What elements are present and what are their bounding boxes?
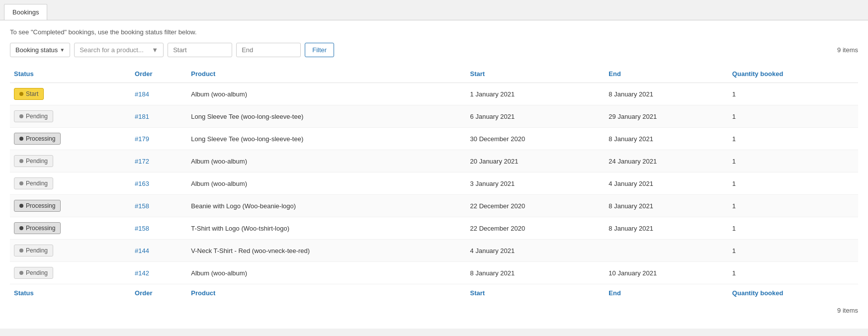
status-badge: Processing — [14, 222, 61, 234]
col-footer-end: End — [605, 284, 728, 302]
start-cell: 30 December 2020 — [466, 128, 605, 150]
chevron-down-icon: ▼ — [152, 46, 158, 54]
booking-status-label: Booking status — [15, 46, 58, 54]
col-footer-start: Start — [466, 284, 605, 302]
product-cell: Album (woo-album) — [187, 83, 466, 105]
table-row: Pending #144 V-Neck T-Shirt - Red (woo-v… — [10, 240, 858, 262]
end-cell: 8 January 2021 — [605, 83, 728, 105]
status-badge: Processing — [14, 133, 61, 145]
status-dot-icon — [19, 114, 23, 118]
status-badge: Start — [14, 88, 44, 100]
status-dot-icon — [19, 181, 23, 185]
status-dot-icon — [19, 159, 23, 163]
product-cell: T-Shirt with Logo (Woo-tshirt-logo) — [187, 217, 466, 240]
items-count-bottom: 9 items — [10, 302, 858, 314]
status-badge: Pending — [14, 245, 53, 256]
order-link[interactable]: #158 — [135, 225, 149, 232]
col-header-order: Order — [131, 65, 187, 83]
product-search-dropdown[interactable]: Search for a product... ▼ — [74, 43, 164, 57]
start-cell: 22 December 2020 — [466, 217, 605, 240]
col-header-product: Product — [187, 65, 466, 83]
order-link[interactable]: #163 — [135, 180, 149, 187]
end-cell: 8 January 2021 — [605, 128, 728, 150]
status-label: Pending — [26, 269, 48, 276]
status-badge: Pending — [14, 155, 53, 167]
order-link[interactable]: #181 — [135, 113, 149, 120]
status-label: Processing — [26, 202, 55, 209]
order-link[interactable]: #142 — [135, 269, 149, 277]
table-row: Processing #158 T-Shirt with Logo (Woo-t… — [10, 217, 858, 240]
quantity-cell: 1 — [728, 172, 858, 195]
search-placeholder-text: Search for a product... — [80, 46, 144, 54]
status-label: Pending — [26, 158, 48, 165]
start-cell: 22 December 2020 — [466, 195, 605, 217]
status-badge: Pending — [14, 267, 53, 279]
quantity-cell: 1 — [728, 150, 858, 172]
table-row: Start #184 Album (woo-album) 1 January 2… — [10, 83, 858, 105]
order-link[interactable]: #184 — [135, 90, 149, 98]
quantity-cell: 1 — [728, 105, 858, 128]
table-row: Pending #181 Long Sleeve Tee (woo-long-s… — [10, 105, 858, 128]
filter-bar: Booking status ▼ Search for a product...… — [10, 43, 858, 57]
col-header-status: Status — [10, 65, 131, 83]
table-row: Pending #142 Album (woo-album) 8 January… — [10, 262, 858, 284]
start-cell: 20 January 2021 — [466, 150, 605, 172]
status-badge: Processing — [14, 200, 61, 212]
col-footer-order: Order — [131, 284, 187, 302]
col-footer-quantity: Quantity booked — [728, 284, 858, 302]
quantity-cell: 1 — [728, 128, 858, 150]
end-cell: 8 January 2021 — [605, 195, 728, 217]
end-cell — [605, 240, 728, 262]
table-row: Pending #163 Album (woo-album) 3 January… — [10, 172, 858, 195]
status-dot-icon — [19, 271, 23, 275]
status-dot-icon — [19, 204, 23, 208]
info-text: To see "Completed" bookings, use the boo… — [10, 28, 858, 36]
status-label: Pending — [26, 247, 48, 254]
quantity-cell: 1 — [728, 240, 858, 262]
order-link[interactable]: #179 — [135, 135, 149, 143]
col-header-end: End — [605, 65, 728, 83]
status-dot-icon — [19, 137, 23, 141]
quantity-cell: 1 — [728, 195, 858, 217]
end-cell: 10 January 2021 — [605, 262, 728, 284]
bookings-tab[interactable]: Bookings — [4, 4, 47, 20]
filter-button[interactable]: Filter — [305, 43, 334, 57]
product-cell: Album (woo-album) — [187, 172, 466, 195]
status-badge: Pending — [14, 110, 53, 122]
end-cell: 4 January 2021 — [605, 172, 728, 195]
status-label: Pending — [26, 113, 48, 120]
product-cell: Album (woo-album) — [187, 150, 466, 172]
start-cell: 3 January 2021 — [466, 172, 605, 195]
col-header-start: Start — [466, 65, 605, 83]
status-label: Processing — [26, 225, 55, 232]
start-cell: 4 January 2021 — [466, 240, 605, 262]
start-date-input[interactable] — [168, 43, 232, 57]
product-cell: Album (woo-album) — [187, 262, 466, 284]
quantity-cell: 1 — [728, 83, 858, 105]
chevron-down-icon: ▼ — [60, 47, 65, 53]
items-count: 9 items — [837, 46, 858, 54]
booking-status-dropdown[interactable]: Booking status ▼ — [10, 43, 70, 57]
col-footer-status: Status — [10, 284, 131, 302]
end-cell: 8 January 2021 — [605, 217, 728, 240]
col-header-quantity: Quantity booked — [728, 65, 858, 83]
status-dot-icon — [19, 249, 23, 252]
product-cell: Long Sleeve Tee (woo-long-sleeve-tee) — [187, 128, 466, 150]
order-link[interactable]: #158 — [135, 202, 149, 210]
end-cell: 24 January 2021 — [605, 150, 728, 172]
status-label: Pending — [26, 180, 48, 187]
end-date-input[interactable] — [236, 43, 301, 57]
status-label: Start — [26, 90, 38, 97]
quantity-cell: 1 — [728, 217, 858, 240]
start-cell: 8 January 2021 — [466, 262, 605, 284]
quantity-cell: 1 — [728, 262, 858, 284]
order-link[interactable]: #144 — [135, 247, 149, 254]
table-row: Processing #158 Beanie with Logo (Woo-be… — [10, 195, 858, 217]
table-row: Pending #172 Album (woo-album) 20 Januar… — [10, 150, 858, 172]
col-footer-product: Product — [187, 284, 466, 302]
start-cell: 1 January 2021 — [466, 83, 605, 105]
table-row: Processing #179 Long Sleeve Tee (woo-lon… — [10, 128, 858, 150]
product-cell: Long Sleeve Tee (woo-long-sleeve-tee) — [187, 105, 466, 128]
status-badge: Pending — [14, 177, 53, 189]
order-link[interactable]: #172 — [135, 158, 149, 165]
